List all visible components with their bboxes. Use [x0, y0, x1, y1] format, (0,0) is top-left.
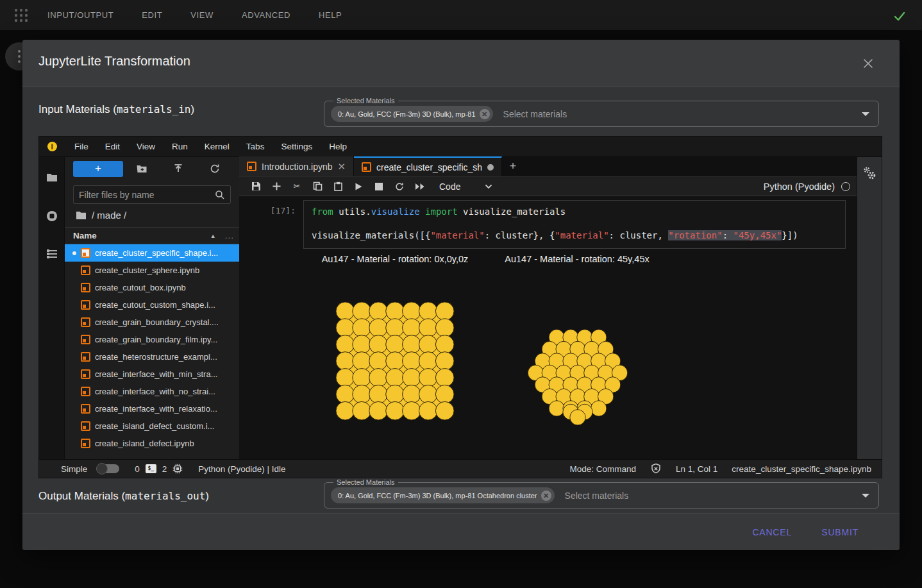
file-row[interactable]: create_cutout_custom_shape.i... — [65, 296, 239, 314]
file-row[interactable]: create_interface_with_no_strai... — [65, 383, 239, 400]
new-folder-icon[interactable] — [123, 163, 160, 174]
file-row[interactable]: create_island_defect_custom.i... — [65, 417, 239, 435]
app-menu-help[interactable]: HELP — [319, 10, 342, 20]
file-filter-box — [73, 185, 231, 204]
command-mode-indicator[interactable]: Mode: Command — [570, 464, 637, 474]
notebook-file-icon — [81, 404, 90, 414]
new-tab-button[interactable]: + — [502, 156, 524, 176]
file-name: create_interface_with_no_strai... — [95, 387, 215, 396]
tab-create-cluster-specific-sh[interactable]: create_cluster_specific_sh — [354, 156, 502, 176]
terminal-icon: $_ — [146, 464, 156, 473]
table-of-contents-icon[interactable] — [46, 248, 58, 261]
apps-grid-icon[interactable] — [13, 7, 29, 24]
file-list-header[interactable]: Name ▲ ... — [65, 227, 239, 244]
refresh-icon[interactable] — [196, 163, 233, 174]
output-materials-select[interactable]: Selected Materials 0: Au, Gold, FCC (Fm-… — [324, 482, 879, 508]
jupyterlite-frame: FileEditViewRunKernelTabsSettingsHelp + — [38, 136, 882, 478]
save-icon[interactable] — [246, 177, 266, 196]
copy-cell-icon[interactable] — [307, 177, 328, 196]
input-material-chip[interactable]: 0: Au, Gold, FCC (Fm-3m) 3D (Bulk), mp-8… — [331, 106, 493, 122]
file-name: create_grain_boundary_crystal.... — [95, 317, 219, 327]
add-cell-icon[interactable] — [266, 177, 287, 196]
terminals-count[interactable]: 0 — [135, 464, 140, 474]
input-materials-select[interactable]: Selected Materials 0: Au, Gold, FCC (Fm-… — [324, 101, 879, 127]
code-token: utils. — [333, 206, 371, 217]
new-launcher-button[interactable]: + — [73, 161, 123, 177]
cell-type-select[interactable]: Code — [439, 181, 460, 192]
paste-cell-icon[interactable] — [328, 177, 348, 196]
stop-kernel-icon[interactable] — [369, 177, 389, 196]
simple-mode-toggle[interactable] — [97, 464, 119, 473]
kernels-count[interactable]: 2 — [162, 464, 167, 474]
more-columns[interactable]: ... — [225, 231, 234, 240]
cell-type-caret-icon[interactable] — [485, 184, 492, 189]
input-materials-label: Input Materials (materials_in) — [38, 103, 194, 116]
jupyterlite-logo-icon — [47, 142, 57, 151]
jupyterlite-transformation-dialog: JupyterLite Transformation Input Materia… — [22, 40, 900, 550]
tab-introduction-ipynb[interactable]: Introduction.ipynb✕ — [239, 156, 354, 176]
file-browser-icon[interactable] — [46, 171, 58, 184]
upload-icon[interactable] — [160, 163, 196, 174]
close-icon[interactable] — [861, 56, 875, 71]
file-row[interactable]: create_cutout_box.ipynb — [65, 279, 239, 296]
app-top-bar: INPUT/OUTPUTEDITVIEWADVANCEDHELP — [0, 0, 922, 30]
app-menu-advanced[interactable]: ADVANCED — [242, 10, 290, 20]
file-row[interactable]: create_interface_with_relaxatio... — [65, 400, 239, 417]
tab-label: Introduction.ipynb — [262, 162, 333, 172]
file-row[interactable]: create_cluster_specific_shape.i... — [65, 244, 239, 262]
kernel-switcher[interactable]: Python (Pyodide) — [764, 181, 857, 192]
chip-remove-icon[interactable]: ✕ — [480, 109, 490, 119]
restart-run-all-icon[interactable] — [410, 177, 430, 196]
cut-cell-icon[interactable]: ✂ — [287, 177, 307, 196]
sort-asc-icon: ▲ — [210, 233, 216, 239]
cancel-button[interactable]: CANCEL — [747, 523, 797, 541]
breadcrumb[interactable]: / made / — [65, 204, 239, 226]
kernel-status-icon — [841, 182, 850, 191]
file-filter-input[interactable] — [79, 190, 215, 200]
file-browser-toolbar: + — [65, 157, 239, 180]
file-row[interactable]: create_grain_boundary_film.ipy... — [65, 331, 239, 348]
cell-editor[interactable]: from utils.visualize import visualize_ma… — [303, 200, 846, 249]
trust-shield-icon[interactable] — [650, 463, 662, 475]
kernel-status-text[interactable]: Python (Pyodide) | Idle — [198, 464, 285, 474]
file-name: create_grain_boundary_film.ipy... — [95, 335, 217, 344]
jupyter-menu-edit[interactable]: Edit — [97, 142, 128, 151]
notebook-file-icon — [81, 369, 90, 379]
tab-bar: Introduction.ipynb✕create_cluster_specif… — [239, 157, 857, 177]
notebook-file-icon — [81, 387, 90, 396]
jupyter-menu-settings[interactable]: Settings — [272, 142, 321, 151]
property-inspector-gears-icon[interactable] — [861, 165, 878, 183]
code-cell[interactable]: [17]: from utils.visualize import visual… — [239, 200, 857, 249]
app-menu-view[interactable]: VIEW — [190, 10, 214, 20]
chip-remove-icon[interactable]: ✕ — [541, 491, 551, 501]
kernel-chip-icon — [172, 464, 183, 474]
output-material-chip[interactable]: 0: Au, Gold, FCC (Fm-3m) 3D (Bulk), mp-8… — [331, 487, 555, 503]
restart-kernel-icon[interactable] — [389, 177, 410, 196]
app-menu-edit[interactable]: EDIT — [142, 10, 162, 20]
dialog-header: JupyterLite Transformation — [22, 40, 900, 87]
dropdown-caret-icon[interactable] — [862, 494, 869, 498]
file-row[interactable]: create_interface_with_min_stra... — [65, 365, 239, 383]
app-menu-input-output[interactable]: INPUT/OUTPUT — [47, 10, 113, 20]
file-row[interactable]: create_heterostructure_exampl... — [65, 348, 239, 365]
jupyter-menu-tabs[interactable]: Tabs — [238, 142, 273, 151]
file-name: create_cutout_box.ipynb — [95, 283, 186, 292]
jupyter-menu-file[interactable]: File — [66, 142, 97, 151]
tab-close-icon[interactable]: ✕ — [338, 161, 346, 172]
jupyter-menu-run[interactable]: Run — [163, 142, 196, 151]
jupyter-menu-view[interactable]: View — [128, 142, 163, 151]
running-dot-icon — [72, 251, 76, 255]
running-kernels-icon[interactable] — [46, 210, 58, 223]
file-name: create_cluster_specific_shape.i... — [95, 248, 218, 258]
notebook-file-icon — [81, 317, 90, 327]
jupyter-menu-help[interactable]: Help — [321, 142, 355, 151]
dropdown-caret-icon[interactable] — [862, 112, 869, 116]
notebook-file-icon — [81, 421, 90, 431]
jupyter-menu-kernel[interactable]: Kernel — [196, 142, 238, 151]
file-row[interactable]: create_cluster_sphere.ipynb — [65, 262, 239, 279]
cursor-position[interactable]: Ln 1, Col 1 — [676, 464, 717, 474]
run-cell-icon[interactable] — [348, 177, 369, 196]
file-row[interactable]: create_grain_boundary_crystal.... — [65, 314, 239, 331]
submit-button[interactable]: SUBMIT — [816, 523, 864, 541]
file-row[interactable]: create_island_defect.ipynb — [65, 435, 239, 452]
